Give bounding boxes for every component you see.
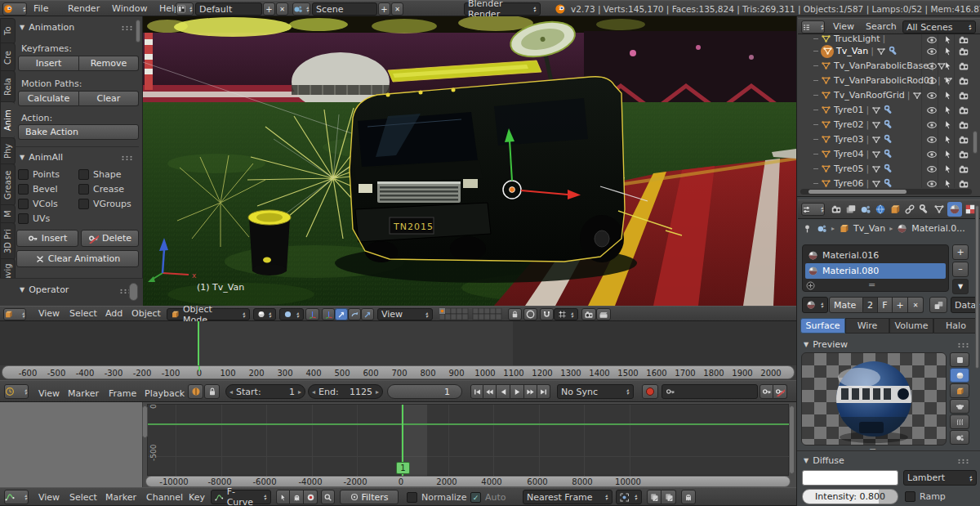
breadcrumb-object[interactable]: Tv_Van (853, 223, 885, 234)
renderable-camera-icon[interactable] (958, 60, 969, 72)
snap-frame-select[interactable]: Nearest Frame ▴▾ (523, 490, 612, 504)
new-material-button[interactable]: + (893, 297, 908, 313)
viewport-menu-object[interactable]: Object (129, 307, 163, 320)
outliner-row-tv-van[interactable]: Tv_Van | (813, 44, 972, 58)
keying-set-field[interactable] (662, 384, 758, 399)
operator-panel-header[interactable]: ▼ Operator (20, 284, 69, 295)
world-tab-icon[interactable] (875, 204, 886, 215)
outliner-row-parabolic-base[interactable]: Tv_VanParabolicBase | (813, 59, 972, 73)
preview-sphere-sky-button[interactable] (950, 430, 969, 445)
visibility-eye-icon[interactable] (926, 34, 938, 43)
timeline-tracks[interactable] (0, 321, 796, 365)
close-scene-button[interactable]: ✕ (391, 2, 403, 16)
breadcrumb-material[interactable]: Material.0... (911, 223, 965, 234)
snap-element-select[interactable]: ▴▾ (554, 308, 578, 320)
shelf-tab-animation[interactable]: Anim (0, 101, 15, 139)
bake-action-button[interactable]: Bake Action (18, 124, 139, 140)
graph-menu-marker[interactable]: Marker (103, 489, 139, 506)
add-material-slot-button[interactable]: + (952, 244, 969, 260)
outliner-row-roof-grid[interactable]: Tv_VanRoofGrid | (813, 88, 972, 102)
viewport-shading-select[interactable]: ▴▾ (253, 308, 276, 320)
timeline-current-frame-line[interactable] (198, 321, 199, 365)
operator-scroll-pill[interactable] (129, 283, 138, 301)
diffuse-panel-header[interactable]: ▼ Diffuse (804, 455, 844, 466)
selectable-cursor-icon[interactable] (942, 178, 953, 189)
pivot-point-select[interactable]: ▴▾ (279, 308, 304, 320)
material-slot-016[interactable]: Material.016 (805, 248, 946, 263)
graph-ruler[interactable]: -10000 -8000 -6000 -4000 -2000 0 2000 40… (145, 476, 791, 487)
selectable-cursor-icon[interactable] (942, 46, 953, 56)
data-tab-icon[interactable] (933, 204, 945, 215)
jump-start-button[interactable] (470, 384, 483, 399)
selectable-cursor-icon[interactable] (942, 105, 953, 115)
menu-window[interactable]: Window (109, 1, 149, 16)
layers-grid[interactable] (439, 308, 503, 320)
tab-volume[interactable]: Volume (889, 318, 933, 334)
preview-panel-header[interactable]: ▼ Preview (804, 339, 848, 350)
render-opengl-button[interactable] (581, 308, 596, 320)
vgroups-checkbox[interactable] (78, 199, 89, 209)
copy-keyframes-button[interactable] (647, 490, 662, 504)
renderable-camera-icon[interactable] (958, 119, 969, 131)
clear-animation-button[interactable]: Clear Animation (16, 250, 139, 267)
target-button[interactable] (304, 490, 318, 504)
crease-checkbox[interactable] (78, 184, 89, 195)
timeline-ruler[interactable]: -600 -500 -400 -300 -200 -100 0 100 200 … (2, 365, 795, 379)
shelf-scrollbar[interactable] (136, 20, 140, 43)
prev-keyframe-button[interactable] (483, 384, 497, 399)
renderable-camera-icon[interactable] (958, 134, 969, 146)
keyframe-insert-button[interactable]: Insert (18, 56, 79, 71)
points-checkbox[interactable] (18, 169, 29, 180)
renderable-camera-icon[interactable] (958, 149, 969, 160)
fake-user-button[interactable]: F (878, 297, 893, 313)
sync-mode-select[interactable]: No Sync ▴▾ (557, 384, 634, 399)
scene-tab-icon[interactable] (860, 204, 871, 215)
preview-flat-button[interactable] (950, 352, 969, 367)
add-scene-button[interactable]: + (378, 2, 390, 16)
visibility-eye-icon[interactable] (926, 163, 938, 175)
renderable-camera-icon[interactable] (958, 34, 969, 43)
selectable-cursor-icon[interactable] (942, 60, 953, 71)
renderable-camera-icon[interactable] (958, 46, 969, 57)
material-name-field[interactable]: Mate (829, 297, 863, 313)
stepper-right-icon[interactable]: ▸ (298, 388, 301, 396)
modifiers-tab-icon[interactable] (919, 204, 930, 215)
selectable-cursor-icon[interactable] (942, 90, 953, 101)
manipulator-toggle-button[interactable] (305, 308, 319, 320)
render-layers-tab-icon[interactable] (845, 204, 857, 215)
outliner-row-tyre03[interactable]: Tyre03 | (813, 132, 972, 146)
bevel-checkbox[interactable] (18, 184, 29, 195)
tab-halo[interactable]: Halo (933, 318, 978, 334)
visibility-eye-icon[interactable] (926, 149, 938, 160)
tab-surface[interactable]: Surface (800, 318, 845, 334)
visibility-eye-icon[interactable] (926, 119, 938, 131)
renderable-camera-icon[interactable] (958, 90, 969, 101)
diffuse-intensity-slider[interactable]: Intensity: 0.800 (802, 489, 898, 504)
paste-keyframes-button[interactable] (662, 490, 676, 504)
scene-name-field[interactable]: Scene (312, 2, 377, 16)
viewport-menu-view[interactable]: View (36, 307, 62, 320)
preview-monkey-button[interactable] (950, 399, 969, 414)
graph-menu-view[interactable]: View (36, 489, 62, 506)
viewport-canvas[interactable]: TN2015 x (1) Tv_Van (143, 16, 796, 306)
list-resize-grip[interactable]: = (868, 280, 876, 290)
translate-manipulator-button[interactable] (322, 308, 335, 320)
screen-layout-name-field[interactable]: Default (195, 2, 262, 16)
shelf-tab-tools[interactable]: To (0, 18, 16, 44)
diffuse-color-swatch[interactable] (802, 470, 898, 486)
cursor-select-button[interactable] (276, 490, 290, 504)
material-tab-icon[interactable] (949, 204, 960, 215)
play-reverse-button[interactable] (497, 384, 510, 399)
menu-file[interactable]: File (31, 1, 51, 16)
shelf-tab-relations[interactable]: Rela (0, 70, 16, 103)
motion-path-calculate-button[interactable]: Calculate (18, 91, 79, 106)
animall-panel-header[interactable]: ▼ AnimAll (20, 152, 63, 163)
end-frame-field[interactable]: ◂ End: 1125 ▸ (308, 384, 383, 399)
graph-plot-area[interactable]: 1 (147, 404, 789, 476)
visibility-eye-icon[interactable] (926, 105, 938, 116)
graph-mode-select[interactable]: F-Curve ▴▾ (211, 490, 271, 504)
mode-select[interactable]: Object Mode ▴▾ (167, 308, 250, 320)
viewport-menu-select[interactable]: Select (67, 307, 100, 320)
link-data-select[interactable]: Data ▴▾ (951, 297, 978, 313)
renderable-camera-icon[interactable] (958, 75, 969, 87)
